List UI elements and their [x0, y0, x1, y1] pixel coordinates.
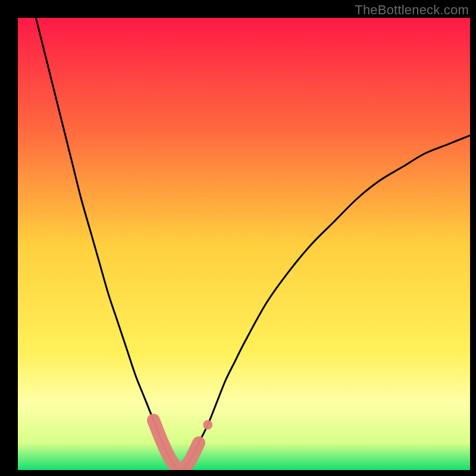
watermark-text: TheBottleneck.com	[355, 2, 469, 18]
gradient-background	[18, 18, 470, 470]
outer-frame: TheBottleneck.com	[0, 0, 476, 476]
highlight-marker	[203, 420, 212, 430]
chart-svg	[18, 18, 470, 470]
plot-area	[18, 18, 470, 470]
